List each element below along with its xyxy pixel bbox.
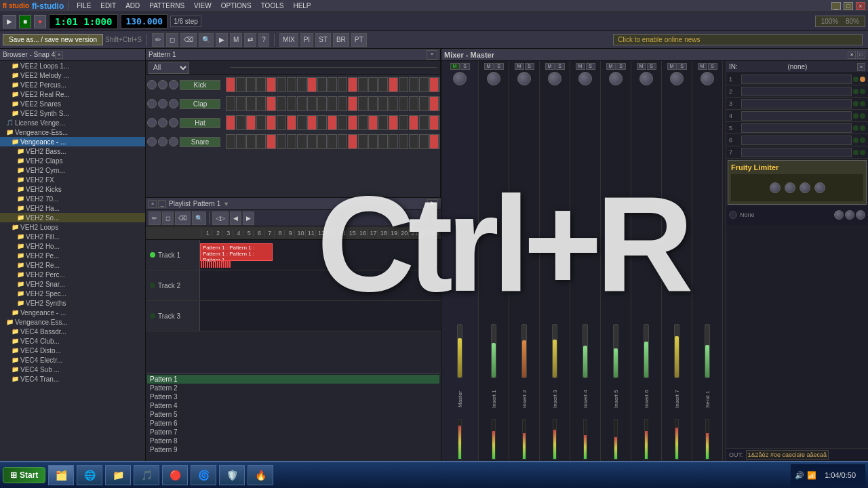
step-pad[interactable]: [307, 115, 317, 130]
start-button[interactable]: ⊞ Start: [3, 467, 45, 483]
step-pad[interactable]: [297, 134, 307, 149]
insert-led[interactable]: [860, 150, 865, 155]
browser-item-veh2claps[interactable]: VEH2 Claps: [0, 156, 145, 165]
browser-item-veh2-70[interactable]: VEH2 70...: [0, 194, 145, 203]
pattern-item-2[interactable]: Pattern 2: [147, 384, 439, 392]
step-pad[interactable]: [307, 77, 317, 92]
mixer-btn[interactable]: MIX: [279, 33, 298, 47]
step-pad[interactable]: [297, 77, 307, 92]
step-pad[interactable]: [409, 77, 418, 92]
step-pad[interactable]: [358, 134, 368, 149]
ch-mute-btn[interactable]: M: [576, 63, 585, 70]
insert-led[interactable]: [853, 113, 859, 119]
ch-mute-btn[interactable]: M: [667, 63, 677, 70]
step-seq-btn[interactable]: ST: [315, 33, 331, 47]
right-panel-close[interactable]: ×: [857, 63, 865, 71]
taskbar-app-security[interactable]: 🛡️: [219, 465, 245, 485]
insert-slot-7[interactable]: [741, 148, 852, 157]
insert-led[interactable]: [860, 138, 865, 143]
pattern-list[interactable]: Pattern 1 Pattern 2 Pattern 3 Pattern 4 …: [146, 373, 441, 461]
step-pad[interactable]: [439, 96, 440, 111]
menu-file[interactable]: FILE: [73, 2, 95, 9]
browser-item-veh2perc[interactable]: VEH2 Perc...: [0, 270, 145, 279]
step-label-hat[interactable]: Hat: [180, 118, 220, 128]
step-pad[interactable]: [378, 134, 388, 149]
step-pad[interactable]: [246, 115, 256, 130]
insert-led[interactable]: [853, 150, 859, 155]
step-pad[interactable]: [236, 115, 245, 130]
playlist-min[interactable]: _: [158, 200, 166, 208]
browser-close[interactable]: ×: [55, 51, 63, 59]
taskbar-app-opera[interactable]: 🔴: [162, 465, 188, 485]
ch-mute-btn[interactable]: M: [637, 63, 646, 70]
step-pad[interactable]: [267, 134, 276, 149]
taskbar-app-ie[interactable]: 🌐: [77, 465, 102, 485]
taskbar-app-explorer[interactable]: 🗂️: [48, 465, 74, 485]
tool-play[interactable]: ▶: [216, 33, 228, 47]
ch-solo-btn[interactable]: S: [525, 63, 534, 70]
step-pad[interactable]: [419, 115, 429, 130]
browser-item-veh2pe[interactable]: VEH2 Pe...: [0, 251, 145, 260]
step-mute-hat[interactable]: [147, 118, 157, 127]
insert-slot-2[interactable]: [741, 87, 852, 96]
browser-item-veh2loops[interactable]: VEH2 Loops: [0, 222, 145, 232]
step-pad[interactable]: [409, 96, 418, 111]
plugin-knob-3[interactable]: [800, 182, 810, 193]
piano-btn[interactable]: PI: [300, 33, 313, 47]
step-pad[interactable]: [317, 77, 327, 92]
browser-btn[interactable]: BR: [333, 33, 349, 47]
step-pad[interactable]: [236, 96, 245, 111]
browser-item-vee2melody[interactable]: VEE2 Melody ...: [0, 70, 145, 80]
browser-item-vec4club[interactable]: VEC4 Club...: [0, 336, 145, 346]
step-pad[interactable]: [368, 77, 378, 92]
browser-item-veh2ho[interactable]: VEH2 Ho...: [0, 241, 145, 251]
step-pad[interactable]: [226, 77, 235, 92]
menu-patterns[interactable]: PATTERNS: [145, 2, 189, 9]
ch-mute-btn[interactable]: M: [606, 63, 616, 70]
play-btn[interactable]: ▶: [3, 15, 16, 28]
plugin-knob-2[interactable]: [785, 182, 795, 193]
ch-mute-btn[interactable]: M: [698, 63, 707, 70]
step-pad[interactable]: [358, 115, 368, 130]
browser-item-vec4disto[interactable]: VEC4 Disto...: [0, 346, 145, 355]
step-pad[interactable]: [439, 77, 440, 92]
ch-mute-btn[interactable]: M: [545, 63, 555, 70]
pl-tool-erase[interactable]: ⌫: [175, 211, 191, 225]
browser-item-veh2fx[interactable]: VEH2 FX: [0, 175, 145, 184]
pl-tool-select[interactable]: ◻: [162, 211, 174, 225]
step-up-snare[interactable]: [169, 137, 178, 146]
browser-item-veh2re[interactable]: VEH2 Re...: [0, 260, 145, 270]
step-pad[interactable]: [328, 115, 337, 130]
pattern-item-5[interactable]: Pattern 5: [147, 410, 439, 419]
step-pad[interactable]: [328, 134, 337, 149]
taskbar-app-media[interactable]: 🎵: [134, 465, 159, 485]
insert-led[interactable]: [860, 125, 865, 131]
pl-next[interactable]: ▶: [243, 211, 254, 225]
step-pad[interactable]: [409, 115, 418, 130]
browser-item-vee2synths[interactable]: VEE2 Synth S...: [0, 108, 145, 118]
step-pad[interactable]: [348, 77, 357, 92]
ch-solo-btn[interactable]: S: [708, 63, 717, 70]
step-mute-snare[interactable]: [147, 137, 157, 146]
taskbar-app-flash[interactable]: 🔥: [248, 465, 273, 485]
pattern-item-1[interactable]: Pattern 1: [147, 375, 439, 384]
ch-mute-btn[interactable]: M: [484, 63, 494, 70]
step-label-kick[interactable]: Kick: [180, 80, 220, 90]
insert-slot-4[interactable]: [741, 111, 852, 121]
browser-item-veh2spec[interactable]: VEH2 Spec...: [0, 289, 145, 298]
browser-item-vec4electr[interactable]: VEC4 Electr...: [0, 355, 145, 365]
step-pad[interactable]: [389, 96, 398, 111]
step-pad[interactable]: [389, 77, 398, 92]
browser-item-vee2snares[interactable]: VEE2 Snares: [0, 99, 145, 108]
browser-item-veh2kicks[interactable]: VEH2 Kicks: [0, 184, 145, 194]
ch-pan-knob[interactable]: [609, 72, 623, 85]
close-btn[interactable]: ×: [856, 2, 865, 10]
pl-prev[interactable]: ◀: [230, 211, 241, 225]
ch-solo-btn[interactable]: S: [460, 63, 470, 70]
pl-snap[interactable]: ◁▷: [212, 211, 229, 225]
browser-item-vec4sub[interactable]: VEC4 Sub ...: [0, 365, 145, 374]
browser-content[interactable]: VEE2 Loops 1... VEE2 Melody ... VEE2 Per…: [0, 61, 145, 461]
step-pad[interactable]: [378, 96, 388, 111]
browser-item-veh2bass[interactable]: VEH2 Bass...: [0, 146, 145, 156]
send-knob[interactable]: [834, 210, 844, 220]
